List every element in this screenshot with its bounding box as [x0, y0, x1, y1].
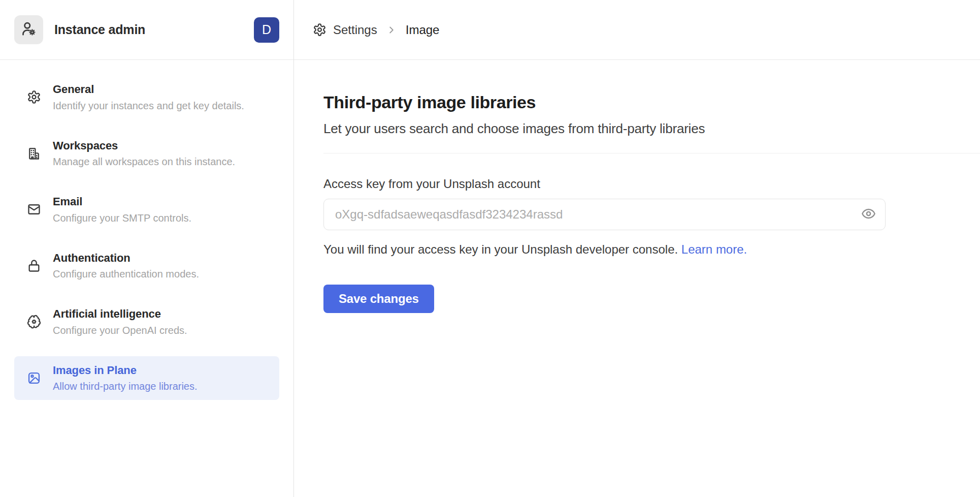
- lock-icon: [27, 259, 41, 273]
- breadcrumb: Settings Image: [313, 23, 439, 37]
- instance-admin-chip: [14, 15, 43, 44]
- mail-icon: [27, 202, 41, 216]
- sidebar-item-images-in-plane[interactable]: Images in Plane Allow third-party image …: [14, 356, 279, 400]
- page-title: Third-party image libraries: [323, 92, 980, 113]
- chevron-right-icon: [386, 24, 397, 36]
- sidebar-item-label: General: [53, 82, 244, 97]
- sidebar-item-description: Configure your OpenAI creds.: [53, 324, 187, 337]
- settings-gear-icon: [313, 23, 326, 37]
- access-key-input[interactable]: [323, 199, 886, 230]
- access-key-label: Access key from your Unsplash account: [323, 177, 980, 191]
- app-title: Instance admin: [54, 22, 254, 37]
- brain-cog-icon: [27, 315, 41, 329]
- sidebar-item-description: Manage all workspaces on this instance.: [53, 156, 235, 168]
- main-area: Settings Image Third-party image librari…: [294, 0, 980, 497]
- sidebar: Instance admin D General Identify your i…: [0, 0, 294, 497]
- section-divider: [323, 153, 980, 153]
- sidebar-nav: General Identify your instances and get …: [0, 60, 293, 412]
- breadcrumb-settings[interactable]: Settings: [333, 23, 377, 37]
- sidebar-item-general[interactable]: General Identify your instances and get …: [14, 75, 279, 119]
- sidebar-item-authentication[interactable]: Authentication Configure authentication …: [14, 244, 279, 288]
- settings-content: Third-party image libraries Let your use…: [294, 60, 980, 313]
- help-text-body: You will find your access key in your Un…: [323, 242, 678, 256]
- instance-admin-app: Instance admin D General Identify your i…: [0, 0, 980, 497]
- learn-more-link[interactable]: Learn more.: [681, 242, 747, 256]
- sidebar-item-workspaces[interactable]: Workspaces Manage all workspaces on this…: [14, 132, 279, 176]
- building-icon: [27, 146, 41, 161]
- sidebar-item-label: Email: [53, 195, 191, 209]
- sidebar-item-email[interactable]: Email Configure your SMTP controls.: [14, 188, 279, 232]
- main-header: Settings Image: [294, 0, 980, 60]
- access-key-field-wrap: [323, 199, 886, 230]
- sidebar-item-label: Workspaces: [53, 139, 235, 153]
- sidebar-item-label: Images in Plane: [53, 363, 198, 378]
- help-text: You will find your access key in your Un…: [323, 241, 980, 257]
- save-changes-button[interactable]: Save changes: [323, 285, 434, 313]
- sidebar-item-description: Configure authentication modes.: [53, 268, 199, 281]
- sidebar-item-description: Allow third-party image libraries.: [53, 380, 198, 393]
- sidebar-item-description: Configure your SMTP controls.: [53, 212, 191, 225]
- eye-icon: [861, 206, 876, 223]
- page-subtitle: Let your users search and choose images …: [323, 120, 980, 138]
- gear-icon: [27, 90, 41, 104]
- sidebar-item-label: Authentication: [53, 251, 199, 265]
- toggle-visibility-button[interactable]: [860, 206, 877, 223]
- sidebar-item-label: Artificial intelligence: [53, 307, 187, 321]
- breadcrumb-image: Image: [406, 23, 440, 37]
- avatar[interactable]: D: [254, 17, 279, 43]
- image-icon: [27, 371, 41, 385]
- sidebar-header: Instance admin D: [0, 0, 293, 60]
- sidebar-item-description: Identify your instances and get key deta…: [53, 100, 244, 112]
- user-cog-icon: [20, 20, 37, 39]
- sidebar-item-artificial-intelligence[interactable]: Artificial intelligence Configure your O…: [14, 300, 279, 344]
